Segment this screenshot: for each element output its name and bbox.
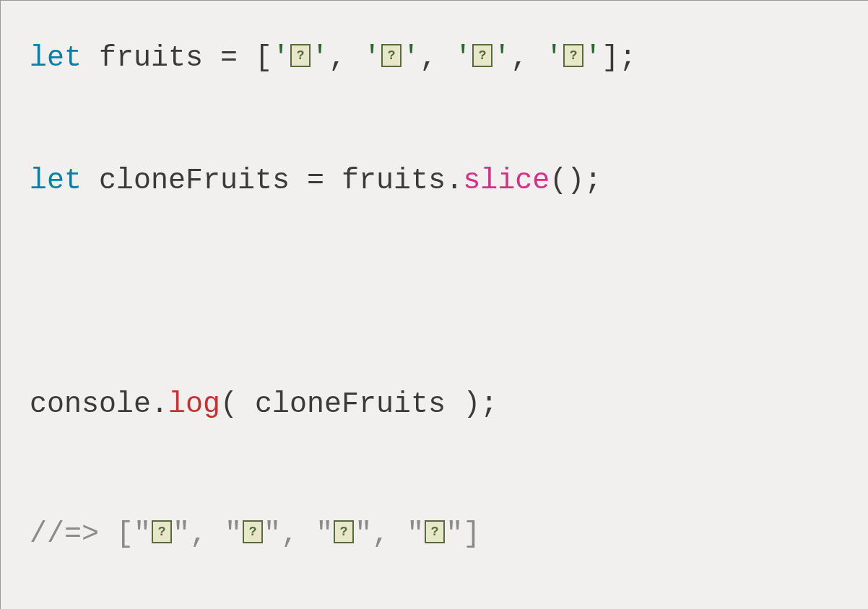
object-fruits: fruits: [342, 165, 446, 197]
blank-gap: [30, 210, 839, 383]
blank-gap: [30, 87, 839, 159]
code-line-1: let fruits = ['', '', '', ''];: [30, 37, 839, 80]
code-line-2: let cloneFruits = fruits.slice();: [30, 159, 839, 203]
tofu-icon: [243, 520, 263, 543]
tofu-icon: [290, 44, 311, 67]
tofu-icon: [472, 44, 492, 67]
variable-cloneFruits: cloneFruits: [99, 165, 307, 197]
keyword-let: let: [30, 165, 82, 197]
tofu-icon: [563, 44, 583, 67]
object-console: console: [30, 388, 151, 421]
code-line-4-comment: //=> ["", "", "", ""]: [30, 513, 839, 556]
keyword-let: let: [30, 42, 82, 74]
blank-gap: [30, 434, 839, 513]
code-line-3: console.log( cloneFruits );: [30, 383, 839, 426]
tofu-icon: [334, 520, 354, 543]
tofu-icon: [425, 520, 445, 543]
comment-prefix: //=>: [30, 518, 116, 551]
arg-cloneFruits: cloneFruits: [255, 388, 463, 421]
tofu-icon: [381, 44, 402, 67]
tofu-icon: [152, 520, 172, 543]
variable-fruits: fruits: [99, 42, 220, 74]
method-log: log: [168, 388, 220, 421]
method-slice: slice: [463, 165, 550, 197]
